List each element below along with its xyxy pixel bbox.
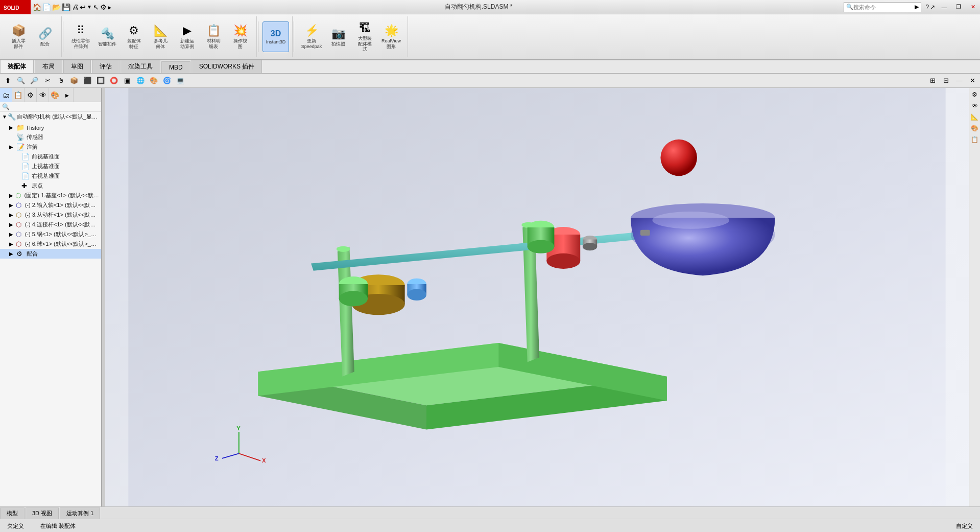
tree-item-top-plane[interactable]: ▶ 📄 上视基准面 — [0, 161, 101, 171]
pointer-icon[interactable]: ↖ — [93, 3, 99, 11]
tree-root[interactable]: ▼ 🔧 自动翻勺机构 (默认<<默认_显示状态-1>) — [0, 112, 101, 122]
speedpak-button[interactable]: ⚡ 更新Speedpak — [298, 21, 325, 52]
tree-item-part2[interactable]: ▶ ⬡ (-) 2.输入轴<1> (默认<<默认>_显 — [0, 200, 101, 210]
view-icon-2[interactable]: 🔍 — [15, 75, 27, 86]
tab-mbd[interactable]: MBD — [161, 61, 190, 73]
view-icon-12[interactable]: 🎨 — [148, 75, 159, 86]
save-icon[interactable]: 💾 — [62, 3, 70, 11]
search-box[interactable]: 🔍 ▶ — [844, 2, 921, 12]
external-icon[interactable]: ↗ — [930, 4, 935, 11]
expand-part2[interactable]: ▶ — [9, 202, 16, 208]
more-icon[interactable]: ▸ — [108, 3, 111, 11]
expand-part6[interactable]: ▶ — [9, 241, 16, 247]
panel-tile-icon[interactable]: ⊟ — [940, 75, 951, 86]
status-edit-mode[interactable]: 在编辑 装配体 — [37, 521, 79, 531]
instant3d-button[interactable]: 3D Instant3D — [262, 21, 289, 52]
filter-icon[interactable]: 🔍 — [2, 103, 10, 110]
insert-component-button[interactable]: 📦 插入零部件 — [5, 21, 32, 52]
view-icon-5[interactable]: 🖱 — [55, 75, 66, 86]
reference-geometry-button[interactable]: 📐 参考几何体 — [147, 21, 174, 52]
right-icon-3[interactable]: 📐 — [970, 112, 979, 122]
dropdown-icon[interactable]: ▼ — [87, 4, 92, 10]
view-icon-1[interactable]: ⬆ — [2, 75, 13, 86]
tab-assembly[interactable]: 装配体 — [0, 60, 34, 73]
tab-evaluate[interactable]: 评估 — [92, 60, 119, 73]
bom-button[interactable]: 📋 材料明细表 — [200, 21, 227, 52]
status-underdefined[interactable]: 欠定义 — [4, 521, 27, 531]
tree-expand-root[interactable]: ▼ — [2, 114, 8, 120]
view-icon-8[interactable]: 🔲 — [95, 75, 106, 86]
tab-render[interactable]: 渲染工具 — [121, 60, 160, 73]
panel-close-icon[interactable]: ✕ — [967, 75, 978, 86]
tree-item-annotations[interactable]: ▶ 📝 注解 — [0, 142, 101, 152]
tree-item-part5[interactable]: ▶ ⬡ (-) 5.锅<1> (默认<<默认>_显示状 — [0, 229, 101, 239]
feature-manager-tab[interactable]: 🗂 — [0, 88, 12, 102]
view-icon-6[interactable]: 📦 — [68, 75, 80, 86]
new-icon[interactable]: 📄 — [42, 3, 51, 11]
more-tab[interactable]: ▸ — [61, 88, 74, 102]
tree-item-mate[interactable]: ▶ ⚙ 配合 — [0, 249, 101, 259]
view-icon-10[interactable]: ▣ — [122, 75, 133, 86]
search-go-icon[interactable]: ▶ — [915, 4, 919, 10]
tree-item-sensor[interactable]: ▶ 📡 传感器 — [0, 132, 101, 142]
tree-item-history[interactable]: ▶ 📁 History — [0, 123, 101, 132]
open-icon[interactable]: 📂 — [52, 3, 61, 11]
btab-motion[interactable]: 运动算例 1 — [60, 507, 100, 519]
close-button[interactable]: ✕ — [966, 0, 980, 14]
expand-part4[interactable]: ▶ — [9, 222, 16, 227]
expand-part5[interactable]: ▶ — [9, 232, 16, 237]
mate-button[interactable]: 🔗 配合 — [32, 21, 58, 52]
expand-part3[interactable]: ▶ — [9, 212, 16, 218]
tree-item-part4[interactable]: ▶ ⬡ (-) 4.连接杆<1> (默认<<默认>_显 — [0, 220, 101, 229]
tab-layout[interactable]: 布局 — [35, 60, 62, 73]
view-icon-4[interactable]: ✂ — [42, 75, 53, 86]
tree-item-origin[interactable]: ▶ ✚ 原点 — [0, 181, 101, 191]
viewport[interactable]: X Y Z — [105, 88, 969, 506]
tab-sketch[interactable]: 草图 — [63, 60, 91, 73]
expand-annotations[interactable]: ▶ — [9, 144, 16, 150]
right-icon-5[interactable]: 📋 — [970, 135, 979, 144]
home-icon[interactable]: 🏠 — [33, 3, 41, 11]
help-icon[interactable]: ? — [925, 4, 929, 11]
smart-fastener-button[interactable]: 🔩 智能扣件 — [94, 21, 121, 52]
config-manager-tab[interactable]: ⚙ — [25, 88, 37, 102]
btab-model[interactable]: 模型 — [0, 507, 25, 519]
realview-button[interactable]: 🌟 RealView图形 — [378, 21, 404, 52]
status-custom[interactable]: 自定义 — [953, 521, 976, 531]
exploded-view-button[interactable]: 💥 操作视图 — [227, 21, 253, 52]
assembly-feature-button[interactable]: ⚙ 装配体特征 — [121, 21, 147, 52]
minimize-button[interactable]: — — [937, 0, 951, 14]
right-icon-1[interactable]: ⚙ — [970, 90, 979, 99]
restore-button[interactable]: ❐ — [951, 0, 966, 14]
tree-item-part1[interactable]: ▶ ⬡ (固定) 1.基座<1> (默认<<默认>_显 — [0, 191, 101, 200]
view-icon-11[interactable]: 🌐 — [135, 75, 146, 86]
undo-icon[interactable]: ↩ — [80, 3, 86, 11]
expand-history[interactable]: ▶ — [9, 125, 16, 130]
property-manager-tab[interactable]: 📋 — [12, 88, 25, 102]
view-icon-14[interactable]: 💻 — [175, 75, 186, 86]
tree-item-part3[interactable]: ▶ ⬡ (-) 3.从动杆<1> (默认<<默认>_显 — [0, 210, 101, 220]
tree-item-part6[interactable]: ▶ ⬡ (-) 6.球<1> (默认<<默认>_显示状 — [0, 239, 101, 249]
btab-3dview[interactable]: 3D 视图 — [26, 507, 59, 519]
large-assembly-button[interactable]: 🏗 大型装配体模式 — [351, 21, 378, 52]
print-icon[interactable]: 🖨 — [71, 3, 79, 11]
view-icon-7[interactable]: ⬛ — [82, 75, 93, 86]
display-manager-tab[interactable]: 👁 — [37, 88, 49, 102]
appearance-tab[interactable]: 🎨 — [49, 88, 61, 102]
view-icon-9[interactable]: ⭕ — [108, 75, 119, 86]
panel-expand-icon[interactable]: ⊞ — [927, 75, 938, 86]
tree-item-front-plane[interactable]: ▶ 📄 前视基准面 — [0, 152, 101, 161]
expand-part1[interactable]: ▶ — [9, 193, 15, 198]
search-input[interactable] — [853, 4, 915, 10]
options-icon[interactable]: ⚙ — [100, 3, 107, 11]
right-icon-4[interactable]: 🎨 — [970, 124, 979, 133]
tab-plugins[interactable]: SOLIDWORKS 插件 — [192, 60, 262, 73]
linear-array-button[interactable]: ⠿ 线性零部件阵列 — [67, 21, 94, 52]
view-icon-3[interactable]: 🔎 — [29, 75, 40, 86]
view-icon-13[interactable]: 🌀 — [161, 75, 173, 86]
tree-item-right-plane[interactable]: ▶ 📄 右视基准面 — [0, 171, 101, 181]
panel-min-icon[interactable]: — — [953, 75, 965, 86]
snapshot-button[interactable]: 📷 拍快照 — [325, 21, 351, 52]
expand-mate[interactable]: ▶ — [9, 251, 16, 257]
right-icon-2[interactable]: 👁 — [970, 101, 979, 110]
